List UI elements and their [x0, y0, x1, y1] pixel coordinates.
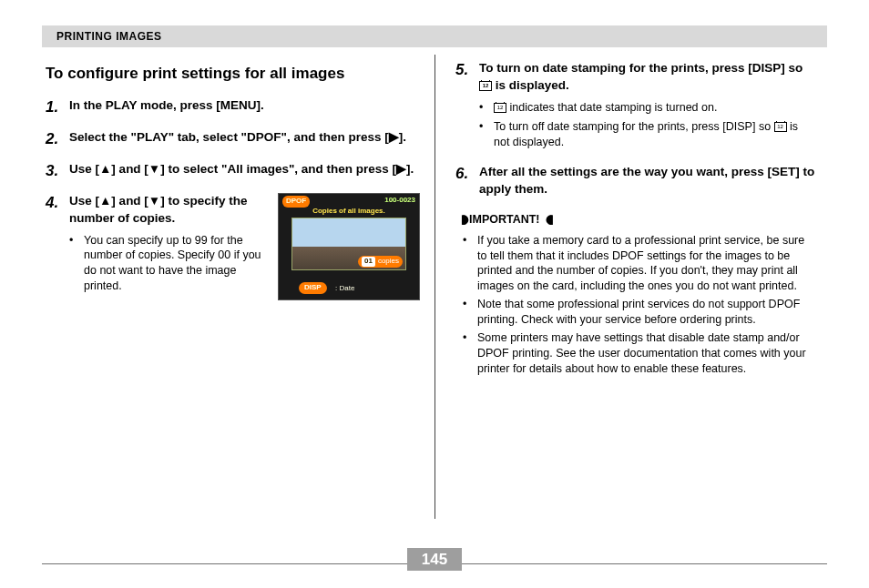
step-text: After all the settings are the way you w…: [479, 164, 816, 198]
lcd-file-code: 100-0023: [384, 196, 415, 206]
step-text: Use [▲] and [▼] to specify the number of…: [69, 193, 269, 228]
date-stamp-icon: [774, 122, 787, 132]
page-footer: 145: [42, 539, 827, 564]
wedge-right-icon: [461, 211, 464, 228]
important-list: If you take a memory card to a professio…: [455, 233, 816, 377]
date-stamp-icon: [479, 81, 492, 91]
footer-rule-left: [42, 563, 407, 564]
step-number: 1.: [46, 97, 62, 118]
lcd-copies-pill: 01 copies: [358, 256, 403, 268]
wedge-left-icon: [546, 211, 548, 228]
important-item: Note that some professional print servic…: [463, 297, 816, 328]
step-number: 5.: [455, 60, 472, 153]
section-header-bar: PRINTING IMAGES: [42, 25, 827, 47]
step-subitem: indicates that date stamping is turned o…: [479, 100, 816, 116]
step-sublist: You can specify up to 99 for the number …: [69, 233, 269, 295]
lcd-date-label: : Date: [335, 284, 354, 294]
lcd-dpof-badge: DPOF: [282, 196, 310, 208]
left-column: To configure print settings for all imag…: [42, 55, 434, 519]
step-sublist: indicates that date stamping is turned o…: [479, 100, 816, 150]
right-column: 5. To turn on date stamping for the prin…: [434, 55, 827, 519]
step-number: 2.: [46, 129, 62, 150]
step-1: 1. In the PLAY mode, press [MENU].: [46, 97, 420, 118]
step-text: Select the "PLAY" tab, select "DPOF", an…: [69, 129, 420, 147]
section-header-text: PRINTING IMAGES: [56, 30, 162, 43]
important-label: IMPORTANT!: [469, 212, 540, 228]
camera-lcd-preview: DPOF 100-0023 Copies of all images. 01 c…: [278, 193, 420, 300]
step-6: 6. After all the settings are the way yo…: [455, 164, 816, 198]
step-text: Use [▲] and [▼] to select "All images", …: [69, 161, 420, 178]
step-subitem: You can specify up to 99 for the number …: [69, 233, 269, 295]
step-4: 4. Use [▲] and [▼] to specify the number…: [46, 193, 420, 300]
manual-page: PRINTING IMAGES To configure print setti…: [0, 0, 869, 588]
important-item: Some printers may have settings that dis…: [463, 330, 816, 377]
lcd-subtitle: Copies of all images.: [279, 207, 419, 217]
steps-list-left: 1. In the PLAY mode, press [MENU]. 2. Se…: [46, 97, 420, 300]
lcd-disp-badge: DISP: [299, 282, 327, 294]
step-2: 2. Select the "PLAY" tab, select "DPOF",…: [46, 129, 420, 150]
important-item: If you take a memory card to a professio…: [463, 233, 816, 295]
step-3: 3. Use [▲] and [▼] to select "All images…: [46, 161, 420, 182]
content-columns: To configure print settings for all imag…: [42, 55, 827, 519]
important-heading: IMPORTANT!: [461, 211, 816, 228]
step-text: In the PLAY mode, press [MENU].: [69, 97, 420, 115]
steps-list-right: 5. To turn on date stamping for the prin…: [455, 60, 816, 198]
step-number: 6.: [455, 164, 472, 198]
date-stamp-icon: [494, 103, 506, 113]
step-text: To turn on date stamping for the prints,…: [479, 60, 816, 95]
step-subitem: To turn off date stamping for the prints…: [479, 119, 816, 150]
page-title: To configure print settings for all imag…: [46, 64, 420, 85]
page-number-box: 145: [407, 548, 462, 571]
step-5: 5. To turn on date stamping for the prin…: [455, 60, 816, 153]
step-number: 4.: [46, 193, 62, 300]
lcd-copies-label: copies: [378, 257, 399, 267]
lcd-copies-value: 01: [362, 257, 375, 267]
step-number: 3.: [46, 161, 62, 182]
footer-rule-right: [462, 563, 827, 564]
